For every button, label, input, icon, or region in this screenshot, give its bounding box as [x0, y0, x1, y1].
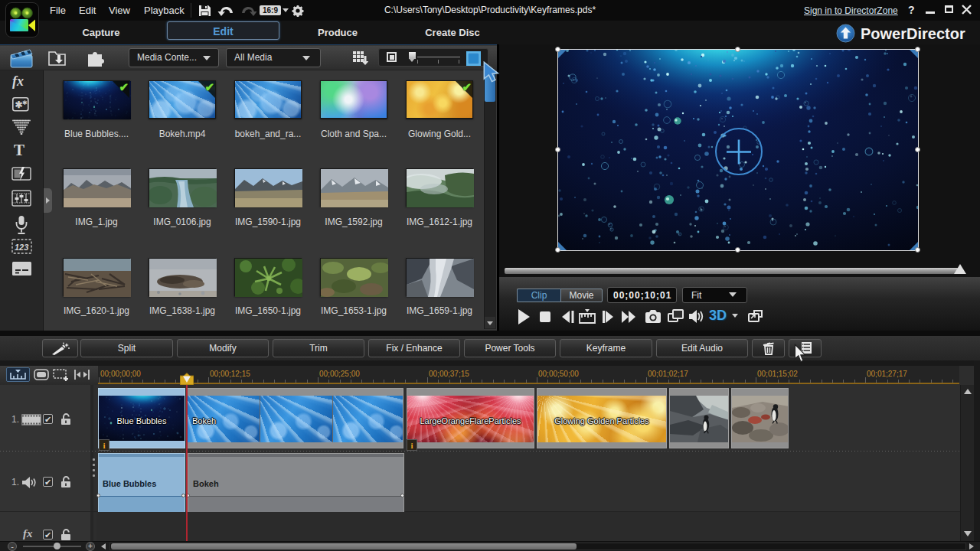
- svg-text:123: 123: [15, 243, 28, 252]
- svg-text:✱: ✱: [22, 99, 28, 106]
